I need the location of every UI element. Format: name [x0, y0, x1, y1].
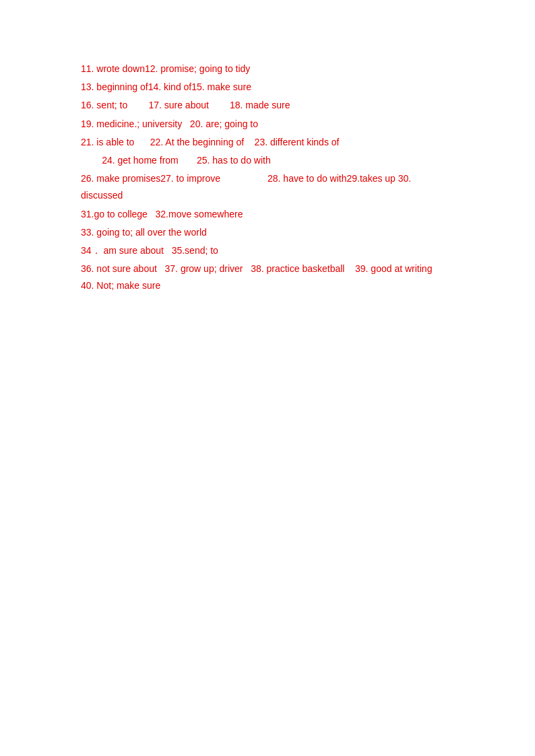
- line-5: 21. is able to 22. At the beginning of 2…: [81, 134, 454, 151]
- line-10: 34． am sure about 35.send; to: [81, 242, 454, 259]
- line-3: 16. sent; to 17. sure about 18. made sur…: [81, 97, 454, 114]
- line-4: 19. medicine.; university 20. are; going…: [81, 116, 454, 133]
- line-8: 31.go to college 32.move somewhere: [81, 206, 454, 223]
- line-11: 36. not sure about 37. grow up; driver 3…: [81, 261, 454, 294]
- line-1: 11. wrote down12. promise; going to tidy: [81, 61, 454, 77]
- line-7: 26. make promises27. to improve 28. have…: [81, 170, 454, 204]
- line-2: 13. beginning of14. kind of15. make sure: [81, 79, 454, 96]
- line-9: 33. going to; all over the world: [81, 224, 454, 241]
- line-6: 24. get home from 25. has to do with: [81, 152, 454, 169]
- main-content: 11. wrote down12. promise; going to tidy…: [0, 0, 535, 322]
